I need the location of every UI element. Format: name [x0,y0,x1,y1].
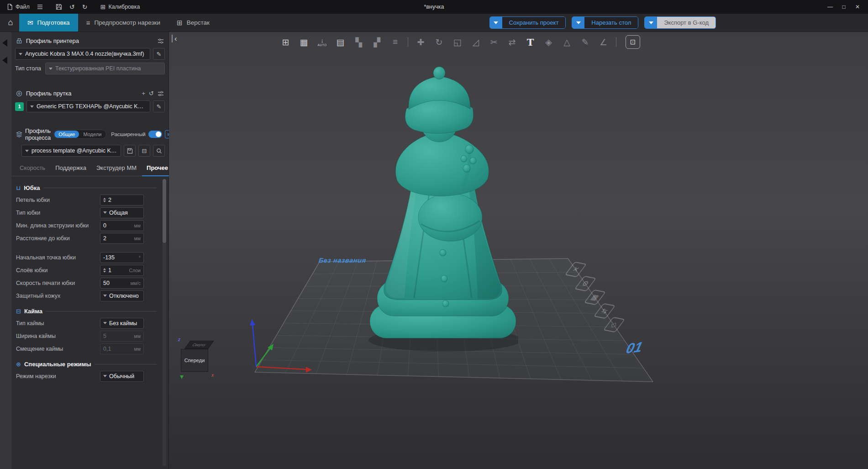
filament-preset-select[interactable]: Generic PETG ТЕХНАРЬ @Anycubic Kobra 3 M… [26,100,150,112]
filament-slot-badge[interactable]: 1 [15,102,24,111]
search-preset-button[interactable] [153,145,165,157]
setting-select[interactable]: Обычный [100,371,144,382]
setting-select[interactable]: Отключено [100,290,144,301]
save-project-dropdown[interactable] [490,17,502,28]
plate-handle-swap-icon[interactable]: ⇆ [594,303,616,319]
setting-spinner[interactable]: 1Слои [100,265,144,276]
close-button[interactable]: ✕ [851,1,864,12]
panel-collapse-arrow-icon[interactable] [2,57,7,64]
plate-number-label: 01 [625,339,644,357]
process-preset-select[interactable]: process template @Anycubic Kobra 3 ... [21,145,121,157]
auto-orient-icon[interactable]: ↓AUTO [314,34,330,50]
filament-sync-icon[interactable]: ↺ [149,90,154,96]
tab-support[interactable]: Поддержка [51,163,91,176]
save-button[interactable] [53,2,65,12]
plate-handle-settings-icon[interactable]: ⚙ [574,276,597,292]
move-icon[interactable]: ✚ [413,34,429,50]
special-modes-icon: ⊛ [16,361,21,367]
tab-preview[interactable]: ≡ Предпросмотр нарезки [78,14,168,32]
tab-prepare[interactable]: ✉ Подготовка [19,14,78,32]
minimize-button[interactable]: — [823,1,837,12]
setting-select[interactable]: Общая [100,207,144,218]
home-button[interactable]: ⌂ [2,14,19,32]
main-menu-button[interactable] [34,2,46,12]
slice-plate-dropdown[interactable] [572,17,584,28]
color-paint-icon[interactable]: ✎ [577,34,593,50]
document-title: *внучка [424,4,444,10]
plate-handle-arrange-icon[interactable]: ▦ [584,290,606,306]
view-cube-front-face[interactable]: Спереди [181,349,208,372]
setting-select[interactable]: Без каймы [100,318,144,329]
setting-spinner[interactable]: 2 [100,195,144,206]
mirror-icon[interactable]: ⇄ [504,34,520,50]
setting-input[interactable]: 2мм [100,233,144,244]
plate-settings-icon[interactable]: ▤ [332,34,348,50]
scrollbar-thumb[interactable] [163,179,166,243]
view-cube-top-face[interactable]: Сверху [184,341,214,349]
split-to-objects-icon[interactable]: ▚ [351,34,367,50]
printer-preset-select[interactable]: Anycubic Kobra 3 MAX 0.4 nozzle(внучка.3… [15,48,150,60]
setting-row: Слоёв юбки1Слои [16,264,157,276]
view-cube[interactable]: Сверху Спереди z x [181,341,208,372]
setting-value: 50 [103,280,110,286]
arrange-icon[interactable]: ▦ [296,34,312,50]
save-preset-button[interactable] [124,145,136,157]
spinner-arrows-icon[interactable] [103,268,106,273]
measure-icon[interactable]: ∠ [595,34,611,50]
cut-icon[interactable]: ✂ [486,34,502,50]
undo-button[interactable]: ↺ [66,2,78,12]
lay-flat-icon[interactable]: ◿ [468,34,484,50]
scale-icon[interactable]: ◱ [449,34,465,50]
model-snegurochka[interactable] [361,66,518,353]
split-to-parts-icon[interactable]: ▞ [369,34,385,50]
tab-other[interactable]: Прочее [142,163,173,176]
seam-paint-icon[interactable]: ◈ [541,34,557,50]
support-paint-icon[interactable]: △ [559,34,575,50]
advanced-toggle[interactable] [148,131,162,138]
rotate-icon[interactable]: ↻ [431,34,447,50]
filament-settings-icon[interactable] [158,90,164,97]
mode-global[interactable]: Общие [54,131,79,138]
assembly-view-icon[interactable]: ⊡ [626,35,640,49]
add-object-icon[interactable]: ⊞ [278,34,294,50]
axis-y-arrow-icon [180,375,184,379]
panel-collapse-arrow-icon[interactable] [2,39,7,47]
printer-icon [16,38,22,44]
spinner-arrows-icon[interactable] [103,198,106,202]
plate-handle-delete-icon[interactable]: ✕ [565,262,587,278]
slice-plate-button[interactable]: Нарезать стол [572,16,638,29]
action-buttons: Сохранить проект Нарезать стол Экспорт в… [489,14,716,32]
bed-type-value: Текстурированная PEI пластина [55,65,141,72]
mode-objects[interactable]: Модели [79,131,105,138]
process-section-title: Профиль процесса [25,127,51,141]
settings-scrollbar[interactable] [163,179,166,466]
setting-input[interactable]: 50мм/с [100,278,144,289]
file-menu-button[interactable]: Файл [4,2,33,12]
setting-row: Расстояние до юбки2мм [16,232,157,244]
save-project-button[interactable]: Сохранить проект [489,16,566,29]
sidebar-collapse-button[interactable]: ‹ [172,35,177,42]
edit-filament-button[interactable]: ✎ [153,100,165,112]
redo-button[interactable]: ↻ [79,2,91,12]
setting-input[interactable]: -135° [100,252,144,263]
printer-section-title: Профиль принтера [26,37,79,44]
bed-type-select[interactable]: Текстурированная PEI пластина [45,63,165,74]
text-icon[interactable]: T [522,34,538,50]
maximize-button[interactable]: □ [837,1,851,12]
tab-workbench[interactable]: ⊞ Верстак [168,14,218,32]
printer-settings-icon[interactable] [158,38,164,44]
export-gcode-dropdown[interactable] [645,17,657,28]
viewport-3d[interactable]: ‹ ⊞▦↓AUTO▤▚▞≡✚↻◱◿✂⇄T◈△✎∠⊡ [169,32,868,469]
plate-name-label[interactable]: Без названия [318,257,367,264]
variable-layer-height-icon[interactable]: ≡ [387,34,403,50]
edit-printer-button[interactable]: ✎ [153,48,165,60]
add-filament-icon[interactable]: + [142,90,146,96]
tab-extruder-mm[interactable]: Экструдер ММ [92,163,141,176]
setting-row: Петель юбки2 [16,194,157,206]
tab-speed[interactable]: Скорость [15,163,50,176]
delete-preset-button[interactable]: ⊟ [138,145,150,157]
export-gcode-button[interactable]: Экспорт в G-код [644,16,716,29]
plate-handle-label-icon[interactable]: ◇ [603,317,626,333]
calibration-button[interactable]: ⊞ Калибровка [97,2,143,12]
setting-input[interactable]: 0мм [100,220,144,231]
